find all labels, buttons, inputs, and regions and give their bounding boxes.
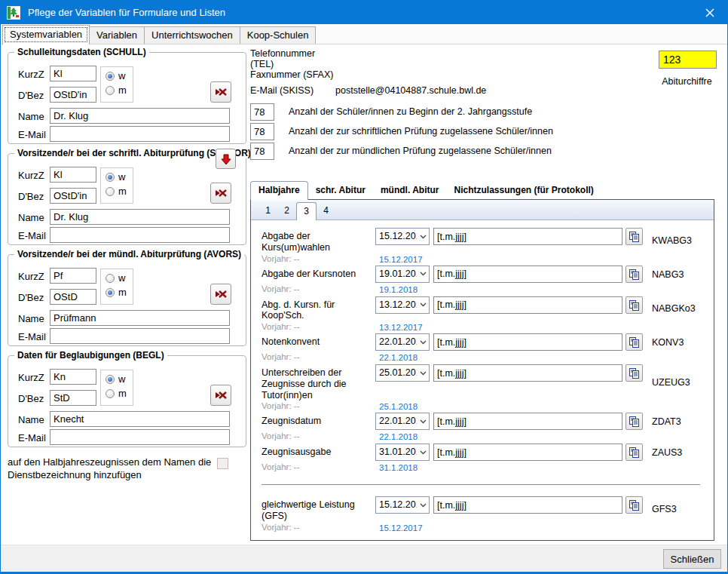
- count-input[interactable]: [250, 123, 274, 140]
- subtab-3[interactable]: 3: [296, 202, 317, 220]
- date-row: Notenkonvent Vorjahr: -- 22.01.2018 22.1…: [262, 333, 702, 363]
- copy-button[interactable]: [626, 364, 643, 382]
- radio-w-icon: [106, 173, 115, 182]
- dbez-input[interactable]: [50, 87, 96, 103]
- date-combobox[interactable]: 13.12.2017: [375, 296, 430, 314]
- copy-icon: [629, 447, 640, 458]
- vorjahr-label: Vorjahr: --: [262, 401, 375, 411]
- vorjahr-label: Vorjahr: --: [262, 431, 375, 442]
- tab-koop-schulen[interactable]: Koop-Schulen: [240, 26, 317, 44]
- name-input[interactable]: [50, 108, 230, 124]
- name-input[interactable]: [50, 310, 230, 326]
- date-combobox[interactable]: 15.12.2017: [375, 228, 430, 245]
- tab-systemvariablen[interactable]: Systemvariablen: [2, 25, 90, 45]
- copy-icon: [629, 336, 640, 348]
- email-input[interactable]: [50, 429, 230, 445]
- free-date-input[interactable]: [433, 496, 622, 514]
- page-tab-nichtzulassungen-für-protokoll[interactable]: Nichtzulassungen (für Protokoll): [446, 182, 601, 199]
- date-combobox[interactable]: 25.01.2018: [375, 364, 430, 382]
- dbez-input[interactable]: [50, 188, 96, 204]
- subtab-1[interactable]: 1: [258, 202, 277, 219]
- count-input[interactable]: [250, 103, 274, 121]
- main-tabbar: SystemvariablenVariablenUnterrichtswoche…: [1, 24, 727, 45]
- kurzz-input[interactable]: [50, 167, 96, 183]
- date-combobox[interactable]: 31.01.2018: [375, 444, 430, 461]
- date-row: Abg. d. Kursn. für Koop'Sch. Vorjahr: --…: [262, 296, 702, 333]
- kurzz-input[interactable]: [50, 268, 96, 284]
- subtab-bar: 1234: [251, 200, 714, 220]
- clear-button[interactable]: [210, 81, 231, 103]
- free-date-input[interactable]: [433, 444, 622, 461]
- section-divider: [262, 484, 700, 485]
- tab-variablen[interactable]: Variablen: [89, 26, 145, 44]
- free-date-input[interactable]: [433, 413, 622, 430]
- copy-button[interactable]: [626, 228, 643, 245]
- copy-button[interactable]: [626, 496, 643, 514]
- abiturchiffre-input[interactable]: [659, 51, 717, 69]
- clear-button[interactable]: [210, 183, 231, 204]
- count-input[interactable]: [250, 143, 274, 160]
- date-combobox[interactable]: 19.01.2018: [375, 266, 430, 283]
- chevron-down-icon: [417, 266, 429, 282]
- radio-m-icon: [106, 288, 115, 297]
- name-input[interactable]: [50, 209, 230, 225]
- radio-w[interactable]: w: [106, 272, 133, 284]
- subtab-2[interactable]: 2: [277, 202, 296, 219]
- dbez-label: D'Bez: [18, 191, 44, 202]
- radio-w-icon: [106, 375, 115, 384]
- date-combobox[interactable]: 22.01.2018: [375, 333, 430, 351]
- email-label: E-Mail: [18, 129, 46, 140]
- copy-button[interactable]: [626, 413, 643, 430]
- dbez-label: D'Bez: [18, 292, 44, 303]
- page-tab-halbjahre[interactable]: Halbjahre: [250, 181, 308, 200]
- radio-w-label: w: [118, 373, 125, 385]
- name-label: Name: [18, 212, 44, 223]
- free-date-input[interactable]: [433, 228, 622, 245]
- window-title: Pflege der Variablen für Formulare und L…: [28, 7, 225, 18]
- gender-radio-group: w m: [100, 370, 133, 406]
- radio-w-label: w: [118, 171, 125, 183]
- radio-w[interactable]: w: [106, 171, 133, 183]
- name-input[interactable]: [50, 411, 230, 427]
- copy-button[interactable]: [626, 296, 643, 314]
- page-tab-mündl-abitur[interactable]: mündl. Abitur: [373, 182, 447, 199]
- email-input[interactable]: [50, 227, 230, 243]
- free-date-input[interactable]: [433, 296, 622, 314]
- kurzz-input[interactable]: [50, 369, 96, 385]
- radio-m[interactable]: m: [106, 84, 133, 96]
- copy-button[interactable]: [626, 266, 643, 283]
- schliessen-button[interactable]: Schließen: [663, 549, 721, 569]
- page-tab-schr-abitur[interactable]: schr. Abitur: [308, 182, 373, 199]
- date-row-label: Abgabe der Kursnoten: [262, 266, 375, 284]
- kurzz-label: KurzZ: [18, 170, 44, 181]
- name-label: Name: [18, 111, 44, 122]
- tab-unterrichtswochen[interactable]: Unterrichtswochen: [144, 26, 240, 44]
- date-combobox[interactable]: 22.01.2018: [375, 413, 430, 430]
- copy-button[interactable]: [626, 444, 643, 461]
- free-date-input[interactable]: [433, 364, 622, 382]
- radio-m[interactable]: m: [106, 186, 133, 197]
- copy-button[interactable]: [626, 333, 643, 351]
- free-date-input[interactable]: [433, 266, 622, 283]
- dbez-input[interactable]: [50, 390, 96, 406]
- variable-code: GFS3: [650, 504, 702, 514]
- radio-w[interactable]: w: [106, 70, 133, 81]
- date-row: gleichwertige Leistung (GFS) Vorjahr: --…: [262, 496, 702, 533]
- email-input[interactable]: [50, 328, 230, 344]
- subtab-4[interactable]: 4: [317, 202, 335, 219]
- chevron-down-icon: [417, 444, 429, 460]
- radio-m[interactable]: m: [106, 287, 133, 298]
- clear-button[interactable]: [210, 385, 231, 406]
- kurzz-input[interactable]: [50, 66, 96, 81]
- copy-down-button[interactable]: [216, 149, 236, 169]
- close-window-button[interactable]: [693, 1, 727, 24]
- radio-m[interactable]: m: [106, 388, 133, 399]
- radio-w[interactable]: w: [106, 373, 133, 385]
- dbez-input[interactable]: [50, 289, 96, 305]
- free-date-input[interactable]: [433, 333, 622, 351]
- clear-button[interactable]: [210, 284, 231, 305]
- chevron-down-icon: [417, 334, 429, 350]
- dienstbezeichnung-checkbox[interactable]: [217, 458, 228, 469]
- date-combobox[interactable]: 15.12.2017: [375, 496, 430, 514]
- email-input[interactable]: [50, 126, 230, 142]
